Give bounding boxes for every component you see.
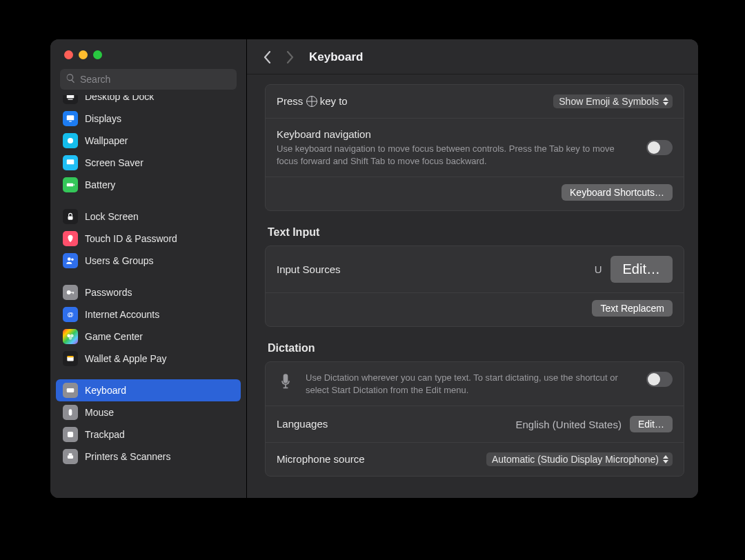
wallpaper-icon [63,133,78,148]
sidebar-item-printers[interactable]: Printers & Scanners [56,446,241,468]
close-window-button[interactable] [64,50,73,59]
svg-point-17 [69,337,72,340]
settings-window: Desktop & DockDisplaysWallpaperScreen Sa… [50,39,698,498]
svg-rect-24 [69,453,72,455]
microphone-source-row: Microphone source Automatic (Studio Disp… [266,443,684,476]
svg-rect-23 [68,455,73,459]
input-sources-label: Input Sources [277,263,341,275]
trackpad-icon [63,427,78,442]
sidebar-item-label: Wallpaper [85,135,128,146]
svg-rect-8 [68,216,73,219]
search-input[interactable] [80,74,231,85]
sidebar-item-displays[interactable]: Displays [56,108,241,130]
sidebar: Desktop & DockDisplaysWallpaperScreen Sa… [50,39,247,498]
keyboard-panel: Press key to Show Emoji & Symbols Keyboa… [265,84,684,211]
desktop-dock-icon [63,95,78,104]
search-icon [66,73,76,86]
sidebar-item-wallet[interactable]: Wallet & Apple Pay [56,348,241,370]
screensaver-icon [63,155,78,170]
dictation-languages-edit-button[interactable]: Edit… [630,416,673,432]
svg-rect-21 [69,409,72,415]
window-controls [50,39,246,66]
displays-icon [63,111,78,126]
sidebar-item-label: Battery [85,179,115,190]
dictation-languages-value: English (United States) [515,419,621,430]
keyboard-navigation-label: Keyboard navigation [277,128,638,140]
text-input-heading: Text Input [268,226,682,239]
titlebar: Keyboard [247,39,698,74]
dictation-toggle[interactable] [646,372,673,387]
sidebar-item-gamecenter[interactable]: Game Center [56,326,241,348]
sidebar-item-label: Game Center [85,331,143,342]
search-container [60,69,237,90]
sidebar-item-label: Internet Accounts [85,309,159,320]
sidebar-item-users[interactable]: Users & Groups [56,250,241,272]
svg-rect-6 [67,183,73,187]
text-replacements-button[interactable]: Text Replacem [592,300,673,317]
dictation-toggle-row: Use Dictation wherever you can type text… [266,362,684,406]
passwords-icon [63,285,78,300]
keyboard-navigation-row: Keyboard navigation Use keyboard navigat… [266,119,684,177]
sidebar-item-mouse[interactable]: Mouse [56,401,241,423]
dictation-panel: Use Dictation wherever you can type text… [265,361,684,477]
nav-forward-button[interactable] [281,49,298,66]
svg-rect-5 [67,159,74,164]
stepper-icon [663,455,668,463]
page-title: Keyboard [309,50,363,64]
press-globe-row: Press key to Show Emoji & Symbols [266,85,684,119]
sidebar-list[interactable]: Desktop & DockDisplaysWallpaperScreen Sa… [50,95,246,498]
sidebar-item-internet-accounts[interactable]: @Internet Accounts [56,303,241,326]
sidebar-item-lockscreen[interactable]: Lock Screen [56,206,241,228]
input-sources-edit-button[interactable]: Edit… [610,256,673,283]
wallet-icon [63,351,78,366]
svg-point-11 [67,290,71,294]
sidebar-item-passwords[interactable]: Passwords [56,281,241,303]
press-globe-label: Press key to [277,95,348,107]
stepper-icon [663,97,668,106]
sidebar-item-label: Displays [85,113,121,124]
sidebar-item-wallpaper[interactable]: Wallpaper [56,130,241,152]
text-input-panel: Input Sources U Edit… Text Replacem [265,246,684,327]
sidebar-item-label: Wallet & Apple Pay [85,353,167,364]
keyboard-shortcuts-button[interactable]: Keyboard Shortcuts… [562,184,673,201]
sidebar-item-keyboard[interactable]: Keyboard [56,379,241,401]
printers-icon [63,449,78,464]
internet-accounts-icon: @ [63,307,78,322]
nav-back-button[interactable] [259,49,276,66]
sidebar-item-label: Lock Screen [85,211,139,222]
svg-rect-0 [67,95,74,98]
sidebar-item-touchid[interactable]: Touch ID & Password [56,228,241,250]
svg-rect-2 [67,115,74,120]
svg-text:@: @ [67,311,73,318]
zoom-window-button[interactable] [93,50,102,59]
sidebar-item-label: Passwords [85,287,132,298]
svg-rect-19 [67,356,73,357]
sidebar-item-label: Printers & Scanners [85,451,171,462]
sidebar-item-label: Screen Saver [85,157,143,168]
svg-rect-3 [69,121,72,122]
content-scroll[interactable]: Press key to Show Emoji & Symbols Keyboa… [247,74,698,498]
microphone-source-value: Automatic (Studio Display Microphone) [492,454,659,465]
svg-rect-20 [67,388,74,392]
sidebar-item-screensaver[interactable]: Screen Saver [56,152,241,174]
svg-rect-7 [74,184,74,186]
svg-point-9 [68,257,71,261]
svg-point-4 [68,138,73,143]
svg-rect-1 [68,99,73,100]
text-replacements-row: Text Replacem [266,293,684,326]
svg-rect-22 [68,432,73,437]
svg-point-10 [71,259,74,261]
battery-icon [63,177,78,192]
keyboard-shortcuts-row: Keyboard Shortcuts… [266,177,684,210]
gamecenter-icon [63,329,78,344]
keyboard-navigation-toggle[interactable] [646,140,673,155]
minimize-window-button[interactable] [79,50,88,59]
sidebar-item-trackpad[interactable]: Trackpad [56,423,241,446]
sidebar-item-desktop-dock[interactable]: Desktop & Dock [56,95,241,108]
press-globe-popup[interactable]: Show Emoji & Symbols [553,94,673,108]
dictation-heading: Dictation [268,342,682,354]
keyboard-icon [63,383,78,398]
microphone-source-popup[interactable]: Automatic (Studio Display Microphone) [486,452,673,466]
sidebar-item-battery[interactable]: Battery [56,174,241,196]
dictation-languages-label: Languages [277,418,328,430]
